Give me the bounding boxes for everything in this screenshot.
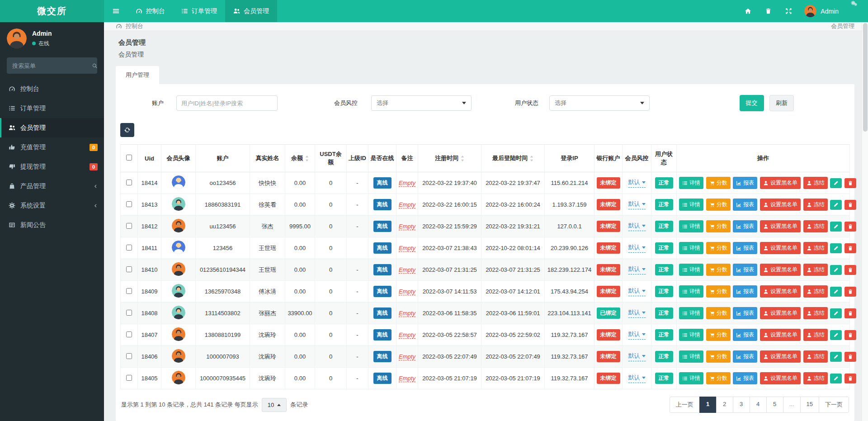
account-search-input[interactable] [176, 95, 278, 111]
delete-button[interactable] [844, 308, 856, 318]
risk-dropdown[interactable]: 默认 [628, 222, 646, 231]
delete-button[interactable] [844, 178, 856, 188]
blacklist-button[interactable]: 设置黑名单 [760, 199, 801, 211]
pagination-button[interactable]: 15 [800, 397, 819, 413]
blacklist-button[interactable]: 设置黑名单 [760, 220, 801, 232]
remark-link[interactable]: Empty [399, 180, 415, 187]
detail-button[interactable]: 详情 [679, 307, 703, 319]
row-checkbox[interactable] [126, 201, 132, 207]
score-button[interactable]: 分数 [706, 242, 731, 254]
breadcrumb-dashboard-link[interactable]: 控制台 [116, 22, 143, 30]
detail-button[interactable]: 详情 [679, 242, 703, 254]
delete-button[interactable] [844, 200, 856, 210]
row-checkbox[interactable] [126, 266, 132, 272]
detail-button[interactable]: 详情 [679, 285, 703, 298]
sidebar-search-input[interactable] [12, 62, 92, 69]
sidebar-item[interactable]: 产品管理 [0, 176, 104, 196]
row-checkbox[interactable] [126, 245, 132, 251]
edit-button[interactable] [830, 287, 842, 297]
report-button[interactable]: 报表 [733, 242, 757, 254]
sidebar-item[interactable]: 系统设置 [0, 196, 104, 215]
edit-button[interactable] [830, 243, 842, 253]
blacklist-button[interactable]: 设置黑名单 [760, 285, 801, 298]
score-button[interactable]: 分数 [706, 220, 731, 232]
select-all-checkbox[interactable] [126, 155, 132, 161]
freeze-button[interactable]: 冻结 [803, 372, 828, 384]
tab-user-management[interactable]: 用户管理 [116, 66, 159, 84]
column-header[interactable]: 注册时间 [418, 145, 481, 172]
edit-button[interactable] [830, 200, 842, 210]
row-checkbox[interactable] [126, 223, 132, 229]
scrollbar[interactable] [862, 22, 868, 421]
report-button[interactable]: 报表 [733, 372, 757, 384]
delete-button[interactable] [844, 352, 856, 362]
delete-button[interactable] [844, 287, 856, 297]
blacklist-button[interactable]: 设置黑名单 [760, 264, 801, 276]
pagination-button[interactable]: 4 [750, 397, 767, 413]
remark-link[interactable]: Empty [399, 288, 415, 295]
sidebar-item[interactable]: 新闻公告 [0, 215, 104, 235]
remark-link[interactable]: Empty [399, 353, 415, 360]
column-header[interactable]: 余额 [285, 145, 315, 172]
delete-button[interactable] [844, 222, 856, 232]
score-button[interactable]: 分数 [706, 372, 731, 384]
page-size-select[interactable]: 10 [262, 398, 287, 412]
pagination-button[interactable]: 下一页 [819, 397, 849, 413]
sidebar-item[interactable]: 会员管理 [0, 118, 104, 137]
freeze-button[interactable]: 冻结 [803, 242, 828, 254]
report-button[interactable]: 报表 [733, 177, 757, 189]
edit-button[interactable] [830, 330, 842, 340]
delete-button[interactable] [844, 374, 856, 383]
pagination-button[interactable]: 5 [766, 397, 783, 413]
score-button[interactable]: 分数 [706, 264, 731, 276]
pagination-button[interactable]: 上一页 [670, 397, 700, 413]
detail-button[interactable]: 详情 [679, 199, 703, 211]
detail-button[interactable]: 详情 [679, 350, 703, 363]
blacklist-button[interactable]: 设置黑名单 [760, 177, 801, 189]
risk-dropdown[interactable]: 默认 [628, 178, 646, 188]
pagination-button[interactable]: 3 [733, 397, 750, 413]
report-button[interactable]: 报表 [733, 350, 757, 363]
row-checkbox[interactable] [126, 353, 132, 359]
score-button[interactable]: 分数 [706, 199, 731, 211]
remark-link[interactable]: Empty [399, 266, 415, 274]
remark-link[interactable]: Empty [399, 223, 415, 230]
row-checkbox[interactable] [126, 180, 132, 185]
delete-button[interactable] [844, 265, 856, 275]
risk-dropdown[interactable]: 默认 [628, 265, 646, 274]
freeze-button[interactable]: 冻结 [803, 307, 828, 319]
remark-link[interactable]: Empty [399, 201, 415, 208]
remark-link[interactable]: Empty [399, 331, 415, 339]
pagination-button[interactable]: 2 [716, 397, 733, 413]
freeze-button[interactable]: 冻结 [803, 350, 828, 363]
score-button[interactable]: 分数 [706, 329, 731, 341]
edit-button[interactable] [830, 222, 842, 232]
blacklist-button[interactable]: 设置黑名单 [760, 329, 801, 341]
risk-dropdown[interactable]: 默认 [628, 200, 646, 209]
status-filter-select[interactable]: 选择 [549, 95, 650, 111]
risk-dropdown[interactable]: 默认 [628, 243, 646, 253]
risk-filter-select[interactable]: 选择 [371, 95, 472, 111]
blacklist-button[interactable]: 设置黑名单 [760, 372, 801, 384]
sidebar-toggle-button[interactable] [104, 0, 127, 22]
report-button[interactable]: 报表 [733, 285, 757, 298]
blacklist-button[interactable]: 设置黑名单 [760, 242, 801, 254]
edit-button[interactable] [830, 178, 842, 188]
blacklist-button[interactable]: 设置黑名单 [760, 307, 801, 319]
detail-button[interactable]: 详情 [679, 372, 703, 384]
search-button[interactable] [92, 63, 98, 69]
sidebar-item[interactable]: 控制台 [0, 79, 104, 99]
pagination-button[interactable]: 1 [699, 397, 717, 413]
freeze-button[interactable]: 冻结 [803, 220, 828, 232]
score-button[interactable]: 分数 [706, 285, 731, 298]
freeze-button[interactable]: 冻结 [803, 177, 828, 189]
report-button[interactable]: 报表 [733, 307, 757, 319]
detail-button[interactable]: 详情 [679, 264, 703, 276]
freeze-button[interactable]: 冻结 [803, 285, 828, 298]
settings-button[interactable] [844, 0, 864, 7]
expand-button[interactable] [778, 0, 799, 22]
report-button[interactable]: 报表 [733, 199, 757, 211]
risk-dropdown[interactable]: 默认 [628, 308, 646, 318]
report-button[interactable]: 报表 [733, 220, 757, 232]
edit-button[interactable] [830, 352, 842, 362]
